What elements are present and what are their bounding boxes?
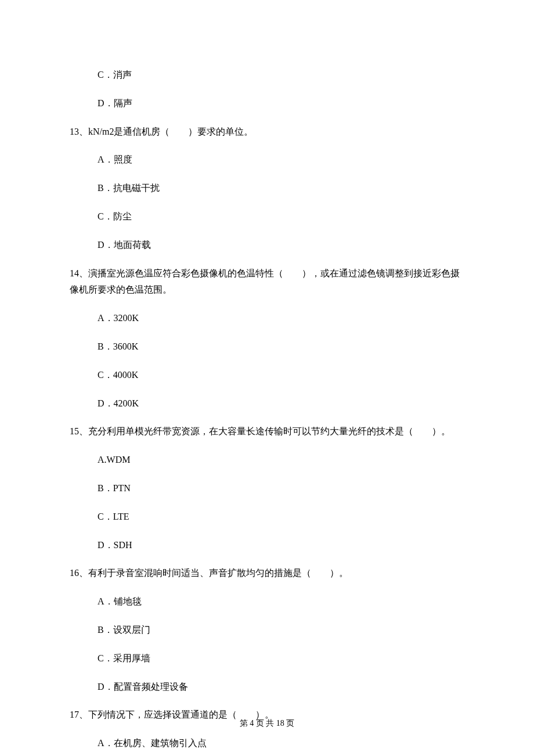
option-b: B．抗电磁干扰 [70, 180, 464, 197]
option-b: B．设双层门 [70, 622, 464, 639]
option-d: D．配置音频处理设备 [70, 679, 464, 696]
option-a: A．照度 [70, 152, 464, 168]
option-a: A．在机房、建筑物引入点 [70, 735, 464, 752]
option-c: C．防尘 [70, 208, 464, 225]
option-a: A.WDM [70, 452, 464, 469]
option-d: D．地面荷载 [70, 237, 464, 254]
question-13: 13、kN/m2是通信机房（ ）要求的单位。 [70, 124, 464, 141]
question-16: 16、有利于录音室混响时间适当、声音扩散均匀的措施是（ ）。 [70, 565, 464, 582]
option-c: C．消声 [70, 67, 464, 84]
question-15: 15、充分利用单模光纤带宽资源，在大容量长途传输时可以节约大量光纤的技术是（ ）… [70, 423, 464, 440]
option-d: D．隔声 [70, 95, 464, 112]
question-14: 14、演播室光源色温应符合彩色摄像机的色温特性（ ），或在通过滤色镜调整到接近彩… [70, 265, 464, 299]
page-footer: 第 4 页 共 18 页 [0, 716, 534, 730]
option-c: C．采用厚墙 [70, 650, 464, 667]
option-c: C．4000K [70, 367, 464, 384]
option-c: C．LTE [70, 509, 464, 525]
option-a: A．铺地毯 [70, 593, 464, 610]
option-b: B．PTN [70, 480, 464, 497]
option-b: B．3600K [70, 339, 464, 355]
option-a: A．3200K [70, 310, 464, 327]
option-d: D．4200K [70, 395, 464, 412]
option-d: D．SDH [70, 537, 464, 554]
